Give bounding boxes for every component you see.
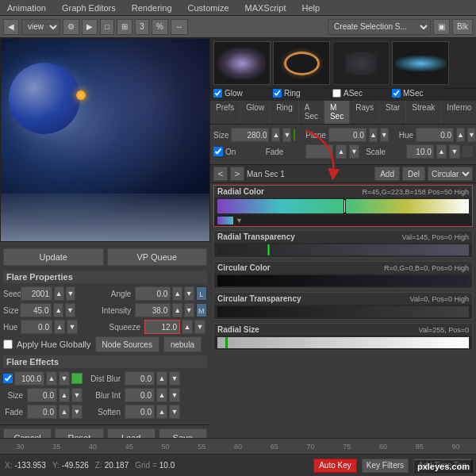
fade-eff-down[interactable]: ▼ <box>71 405 83 419</box>
update-button[interactable]: Update <box>3 248 104 266</box>
glow-spin-down[interactable]: ▼ <box>59 371 70 386</box>
toolbar-btn-7[interactable]: % <box>152 19 168 35</box>
scale-input[interactable] <box>406 144 434 159</box>
fade-eff-up[interactable]: ▲ <box>59 405 70 419</box>
toolbar-btn-8[interactable]: ↔ <box>171 19 188 35</box>
scale-down[interactable]: ▼ <box>449 144 459 159</box>
circular-color-bar[interactable] <box>217 275 469 286</box>
squeeze-spin-down[interactable]: ▼ <box>194 320 205 334</box>
add-man-sec[interactable]: Add <box>374 167 400 181</box>
radial-color-bar[interactable] <box>217 199 469 213</box>
menu-customize[interactable]: Customize <box>185 2 232 14</box>
next-man-sec[interactable]: > <box>230 167 244 181</box>
plane-up[interactable]: ▲ <box>369 128 378 142</box>
intensity-input[interactable] <box>135 303 171 317</box>
angle-spin-down[interactable]: ▼ <box>184 286 194 301</box>
size-param-up[interactable]: ▲ <box>271 128 280 142</box>
size-eff-input[interactable] <box>27 388 57 402</box>
intensity-spin-up[interactable]: ▲ <box>172 303 182 317</box>
tab-msec[interactable]: M Sec <box>324 101 350 124</box>
intensity-spin-down[interactable]: ▼ <box>184 303 194 317</box>
tab-asec[interactable]: A Sec <box>299 101 324 124</box>
size-spin-up[interactable]: ▲ <box>53 303 63 317</box>
size-eff-up[interactable]: ▲ <box>59 388 70 402</box>
prev-man-sec[interactable]: < <box>213 167 228 181</box>
fade-eff-input[interactable] <box>27 405 57 419</box>
menu-help[interactable]: Help <box>299 2 324 14</box>
toolbar-btn-6[interactable]: 3 <box>135 19 149 35</box>
thumb-ring[interactable] <box>273 41 330 85</box>
auto-key-button[interactable]: Auto Key <box>313 459 357 473</box>
size-param-down[interactable]: ▼ <box>282 128 291 142</box>
hue-spin-up[interactable]: ▲ <box>54 320 65 334</box>
radial-size-marker[interactable] <box>225 337 228 348</box>
tab-star[interactable]: Star <box>380 101 406 124</box>
size-spin-down[interactable]: ▼ <box>65 303 75 317</box>
plane-down[interactable]: ▼ <box>380 128 389 142</box>
ring-check[interactable] <box>273 89 282 98</box>
tab-streak[interactable]: Streak <box>406 101 441 124</box>
glow-spin-up[interactable]: ▲ <box>46 371 57 386</box>
radial-trans-bar[interactable] <box>217 244 469 255</box>
toolbar-right-1[interactable]: ▣ <box>433 19 450 35</box>
thumb-glow[interactable] <box>213 41 271 85</box>
menu-maxscript[interactable]: MAXScript <box>242 2 290 14</box>
soften-down[interactable]: ▼ <box>169 405 180 419</box>
tab-prefs[interactable]: Prefs <box>210 101 240 124</box>
distblur-input[interactable] <box>125 371 155 386</box>
on-checkbox[interactable] <box>213 147 223 156</box>
tab-inferno[interactable]: Inferno <box>441 101 476 124</box>
asec-check[interactable] <box>332 89 341 98</box>
key-filters-button[interactable]: Key Filters <box>362 459 409 473</box>
circular-trans-bar[interactable] <box>217 306 469 317</box>
menu-rendering[interactable]: Rendering <box>129 2 175 14</box>
tab-glow[interactable]: Glow <box>240 101 271 124</box>
nebula-button[interactable]: nebula <box>163 336 202 352</box>
toolbar-btn-1[interactable]: ◀ <box>3 19 19 35</box>
radial-color-marker[interactable] <box>344 199 346 213</box>
plane-input[interactable] <box>328 128 367 142</box>
toolbar-btn-4[interactable]: □ <box>100 19 114 35</box>
soften-input[interactable] <box>125 405 155 419</box>
toolbar-right-2[interactable]: Blk <box>452 19 473 35</box>
msec-check[interactable] <box>392 89 401 98</box>
seed-spin-down[interactable]: ▼ <box>66 286 76 301</box>
hue-param-up[interactable]: ▲ <box>456 128 465 142</box>
seed-spin-up[interactable]: ▲ <box>54 286 64 301</box>
seed-input[interactable] <box>21 286 52 301</box>
tab-ring[interactable]: Ring <box>271 101 299 124</box>
vp-queue-button[interactable]: VP Queue <box>107 248 208 266</box>
distblur-down[interactable]: ▼ <box>169 371 180 386</box>
hue-param-input[interactable] <box>416 128 454 142</box>
blurint-up[interactable]: ▲ <box>156 388 167 402</box>
radial-trans-marker[interactable] <box>267 244 270 255</box>
menu-animation[interactable]: Animation <box>4 2 49 14</box>
radial-size-bar[interactable] <box>217 337 469 348</box>
glow-checkbox[interactable] <box>3 374 13 383</box>
size-input-left[interactable] <box>20 303 52 317</box>
fade-up[interactable]: ▲ <box>336 144 346 159</box>
toolbar-btn-5[interactable]: ⊞ <box>117 19 132 35</box>
toolbar-btn-3[interactable]: ▶ <box>82 19 98 35</box>
apply-hue-checkbox[interactable] <box>3 340 13 349</box>
hue-input-left[interactable] <box>21 320 52 334</box>
angle-input[interactable] <box>135 286 171 301</box>
thumb-msec[interactable] <box>392 41 449 85</box>
thumb-asec[interactable] <box>332 41 390 85</box>
node-sources-button[interactable]: Node Sources <box>95 336 159 352</box>
angle-spin-up[interactable]: ▲ <box>172 286 182 301</box>
hue-spin-down[interactable]: ▼ <box>67 320 78 334</box>
scale-up[interactable]: ▲ <box>436 144 447 159</box>
create-selection-select[interactable]: Create Selection S... <box>328 19 431 35</box>
view-select[interactable]: view <box>21 19 60 35</box>
fade-down[interactable]: ▼ <box>349 144 359 159</box>
soften-up[interactable]: ▲ <box>156 405 167 419</box>
glow-check[interactable] <box>213 89 222 98</box>
mansec-dropdown[interactable]: Circular <box>428 167 473 181</box>
fade-param-input[interactable] <box>305 144 333 159</box>
squeeze-spin-up[interactable]: ▲ <box>182 320 193 334</box>
size-eff-down[interactable]: ▼ <box>71 388 83 402</box>
tab-rays[interactable]: Rays <box>350 101 380 124</box>
blurint-down[interactable]: ▼ <box>169 388 180 402</box>
distblur-up[interactable]: ▲ <box>156 371 167 386</box>
